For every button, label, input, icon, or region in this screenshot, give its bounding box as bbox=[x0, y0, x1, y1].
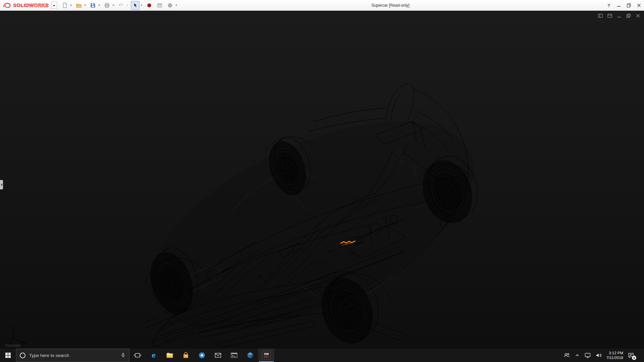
task-view-icon bbox=[133, 351, 142, 359]
doc-close-icon bbox=[635, 13, 641, 18]
taskbar-app-edge[interactable]: e bbox=[146, 349, 162, 362]
undo-icon bbox=[118, 3, 124, 8]
svg-text:e: e bbox=[152, 351, 156, 359]
minimize-icon bbox=[616, 3, 622, 8]
new-document-button[interactable] bbox=[60, 1, 69, 10]
collapse-arrow-icon bbox=[1, 183, 2, 186]
network-button[interactable] bbox=[584, 352, 591, 359]
microphone-icon[interactable] bbox=[120, 353, 126, 358]
clock[interactable]: 3:12 PM 7/11/2018 bbox=[606, 351, 623, 360]
doc-restore-icon bbox=[626, 13, 631, 18]
system-tray: 3:12 PM 7/11/2018 3 bbox=[564, 349, 644, 362]
task-view-button[interactable] bbox=[129, 349, 146, 362]
clock-date: 7/11/2018 bbox=[606, 355, 623, 360]
select-cursor-icon bbox=[132, 3, 138, 8]
file-explorer-icon bbox=[166, 351, 174, 359]
undo-dropdown[interactable]: ▾ bbox=[125, 1, 129, 10]
taskbar-app-store[interactable] bbox=[178, 349, 194, 362]
hidden-icons-button[interactable] bbox=[575, 353, 580, 358]
edge-icon: e bbox=[150, 351, 158, 359]
save-button[interactable] bbox=[89, 1, 97, 10]
taskbar-spacer bbox=[274, 349, 564, 362]
wireframe-model bbox=[0, 11, 644, 349]
view-orientation-label: *Dimetric bbox=[5, 343, 21, 348]
minimize-button[interactable] bbox=[614, 0, 624, 11]
doc-close-button[interactable] bbox=[635, 13, 641, 18]
pane-top-button[interactable] bbox=[607, 13, 612, 18]
restore-button[interactable] bbox=[624, 0, 634, 11]
brand-text: SOLIDWORKS bbox=[13, 2, 49, 8]
cortana-icon bbox=[20, 353, 25, 358]
record-macro-button[interactable] bbox=[145, 1, 154, 10]
pinned-apps: e bbox=[129, 349, 274, 362]
save-dropdown[interactable]: ▾ bbox=[97, 1, 101, 10]
design-table-button[interactable] bbox=[155, 1, 164, 10]
taskbar-app-solidworks[interactable]: SW 2017 bbox=[258, 349, 274, 362]
solidworks-2017-icon: SW 2017 bbox=[262, 351, 271, 360]
doc-minimize-icon bbox=[616, 13, 622, 18]
options-gear-icon bbox=[167, 3, 173, 8]
doc-minimize-button[interactable] bbox=[616, 13, 622, 18]
menu-expand-button[interactable]: ▸ bbox=[51, 2, 57, 9]
graphics-area[interactable]: *Dimetric bbox=[0, 11, 644, 349]
cube-3d-icon bbox=[246, 351, 254, 359]
close-button[interactable] bbox=[634, 0, 644, 11]
open-dropdown[interactable]: ▾ bbox=[83, 1, 87, 10]
new-document-dropdown[interactable]: ▾ bbox=[69, 1, 73, 10]
search-input[interactable] bbox=[29, 353, 117, 358]
record-macro-icon bbox=[147, 3, 152, 8]
taskbar-search[interactable] bbox=[16, 349, 129, 362]
solidworks-logo-icon bbox=[3, 2, 11, 9]
people-icon bbox=[564, 352, 570, 359]
display-network-icon bbox=[584, 352, 591, 359]
design-table-icon bbox=[157, 3, 162, 8]
open-button[interactable] bbox=[74, 1, 83, 10]
document-title: Supercar [Read-only] bbox=[371, 3, 409, 8]
options-button[interactable] bbox=[166, 1, 174, 10]
start-button[interactable] bbox=[0, 349, 16, 362]
taskbar-app-mail[interactable] bbox=[210, 349, 226, 362]
windows-logo-icon bbox=[5, 352, 11, 358]
people-button[interactable] bbox=[564, 352, 570, 359]
quick-access-toolbar: ▾ ▾ ▾ bbox=[60, 1, 180, 10]
chevron-up-icon bbox=[575, 353, 580, 358]
taskbar-app-console[interactable] bbox=[226, 349, 242, 362]
solidworks-window: SOLIDWORKS ▸ ▾ ▾ bbox=[0, 0, 644, 362]
select-dropdown[interactable]: ▾ bbox=[140, 1, 143, 10]
console-icon bbox=[230, 351, 238, 359]
open-folder-icon bbox=[76, 3, 82, 8]
mail-icon bbox=[214, 351, 222, 359]
store-bag-icon bbox=[182, 351, 190, 359]
feature-manager-collapse-tab[interactable] bbox=[0, 180, 3, 189]
pane-top-icon bbox=[607, 13, 612, 18]
print-button[interactable] bbox=[103, 1, 111, 10]
taskbar-app-3d-cube[interactable] bbox=[242, 349, 258, 362]
save-floppy-icon bbox=[90, 3, 96, 8]
pane-left-button[interactable] bbox=[598, 13, 603, 18]
notification-badge: 3 bbox=[632, 356, 636, 360]
volume-button[interactable] bbox=[595, 352, 602, 359]
solidworks-brand: SOLIDWORKS bbox=[3, 2, 49, 9]
taskbar-app-blue-circle[interactable] bbox=[194, 349, 210, 362]
pane-left-icon bbox=[598, 13, 603, 18]
restore-icon bbox=[626, 3, 632, 8]
speaker-icon bbox=[595, 352, 602, 359]
taskbar-app-file-explorer[interactable] bbox=[162, 349, 178, 362]
options-dropdown[interactable]: ▾ bbox=[174, 1, 178, 10]
printer-icon bbox=[104, 3, 110, 8]
new-document-icon bbox=[62, 3, 67, 8]
mdi-window-controls bbox=[598, 13, 641, 18]
undo-button[interactable] bbox=[117, 1, 125, 10]
close-icon bbox=[636, 3, 642, 8]
help-button[interactable]: ? bbox=[604, 0, 614, 11]
window-controls: ? bbox=[604, 0, 644, 11]
blue-circle-app-icon bbox=[198, 351, 206, 359]
clock-time: 3:12 PM bbox=[609, 351, 623, 355]
select-button[interactable] bbox=[131, 1, 140, 10]
print-dropdown[interactable]: ▾ bbox=[111, 1, 115, 10]
title-bar: SOLIDWORKS ▸ ▾ ▾ bbox=[0, 0, 644, 11]
action-center-button[interactable]: 3 bbox=[628, 352, 634, 359]
doc-restore-button[interactable] bbox=[626, 13, 631, 18]
windows-taskbar: e bbox=[0, 349, 644, 362]
